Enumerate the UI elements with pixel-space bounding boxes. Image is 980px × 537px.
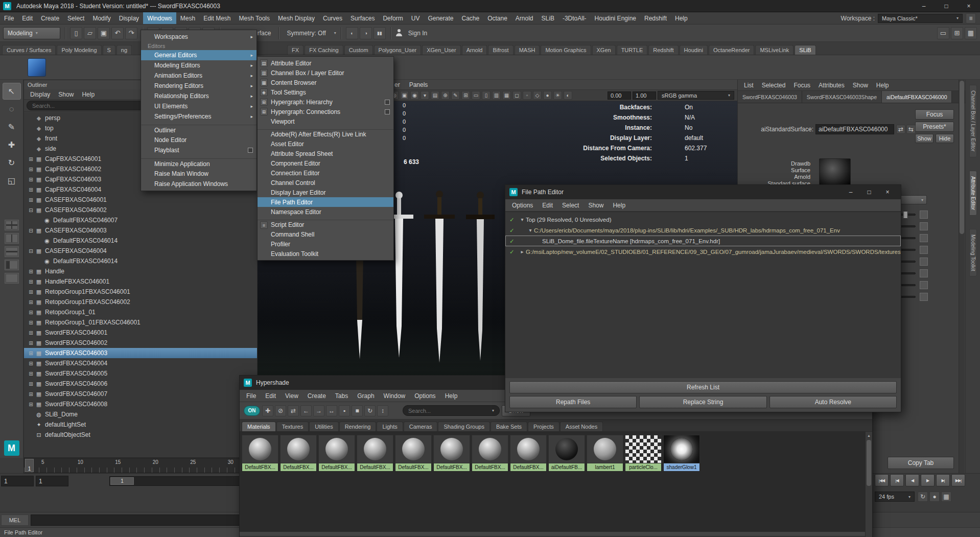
- rearrange-graph-icon[interactable]: ⇄: [288, 405, 299, 416]
- slider-handle[interactable]: [903, 211, 908, 219]
- wireframe-on-shaded-icon[interactable]: ◇: [533, 91, 542, 100]
- menubar-item[interactable]: SLiB: [538, 12, 558, 24]
- file-path-row[interactable]: SLiB_Dome_file.fileTextureName [hdrmaps_…: [505, 236, 901, 246]
- shelf-tab[interactable]: XGen: [592, 45, 616, 55]
- menubar-item[interactable]: Display: [115, 12, 143, 24]
- menu-item[interactable]: UI Elements: [141, 101, 256, 111]
- attribute-color-chip[interactable]: [920, 281, 928, 289]
- expand-toggle-icon[interactable]: [27, 320, 35, 325]
- outliner-item[interactable]: SwordFBXASC046002: [24, 338, 257, 348]
- grease-pencil-icon[interactable]: ✎: [451, 91, 460, 100]
- menu-item[interactable]: Modeling Editors: [141, 60, 256, 71]
- hypershade-menu[interactable]: Options: [410, 392, 440, 400]
- menubar-item[interactable]: Redshift: [640, 12, 671, 24]
- menu-option-checkbox[interactable]: [385, 109, 390, 114]
- shelf-tab[interactable]: Arnold: [462, 45, 487, 55]
- shadows-icon[interactable]: ◐: [564, 91, 572, 100]
- layout-single-pane-icon[interactable]: [5, 220, 19, 230]
- new-scene-icon[interactable]: ▯: [70, 27, 82, 39]
- sort-by-name-icon[interactable]: ↕: [377, 405, 388, 416]
- layout-outliner-persp-icon[interactable]: [5, 273, 19, 284]
- hypershade-category-tab[interactable]: Projects: [528, 422, 559, 431]
- menu-item[interactable]: Rendering Editors: [141, 81, 256, 91]
- material-swatch[interactable]: DefaultFBX...: [242, 435, 278, 472]
- outliner-item[interactable]: SwordFBXASC046008: [24, 399, 257, 409]
- outliner-item[interactable]: RetopoGroup1FBXASC046002: [24, 297, 257, 307]
- minimize-button[interactable]: –: [913, 0, 935, 12]
- attribute-editor-tab[interactable]: aiDefaultFBXASC046000: [882, 91, 952, 103]
- input-output-connections-icon[interactable]: ↔: [326, 405, 337, 416]
- shelf-tab[interactable]: SLiB: [795, 45, 815, 55]
- expand-toggle-icon[interactable]: [27, 310, 35, 315]
- shelf-tab[interactable]: OctaneRender: [709, 45, 755, 55]
- clear-graph-icon[interactable]: ⊘: [275, 405, 286, 416]
- node-name-field[interactable]: aiDefaultFBXASC046000: [815, 124, 894, 134]
- single-pane-layout-icon[interactable]: ▭: [937, 27, 949, 39]
- expand-toggle-icon[interactable]: [27, 248, 35, 254]
- menu-item[interactable]: Tool Settings: [258, 87, 393, 97]
- file-path-row[interactable]: Top (29 Resolved, 0 Unresolved): [505, 214, 901, 225]
- layout-four-pane-icon[interactable]: [5, 233, 19, 244]
- menu-option-checkbox[interactable]: [385, 100, 390, 105]
- go-to-start-button[interactable]: |◀◀: [875, 474, 889, 486]
- menubar-item[interactable]: Cache: [457, 12, 483, 24]
- expand-toggle-icon[interactable]: [27, 228, 35, 234]
- resolution-gate-icon[interactable]: ▯: [482, 91, 491, 100]
- exposure-field[interactable]: 0.00: [608, 91, 631, 100]
- close-button[interactable]: ×: [878, 186, 897, 198]
- outliner-item[interactable]: SwordFBXASC046001: [24, 328, 257, 338]
- shelf-tab[interactable]: ng: [116, 45, 132, 55]
- outliner-item[interactable]: HandleFBXASC046001: [24, 276, 257, 287]
- panels-menu[interactable]: Panels: [409, 81, 428, 88]
- playback-start-field[interactable]: 1: [36, 476, 68, 486]
- two-d-pan-zoom-icon[interactable]: ⊕: [441, 91, 450, 100]
- hypershade-menu[interactable]: View: [281, 392, 303, 400]
- menu-set-selector[interactable]: Modeling▾: [3, 27, 60, 39]
- menubar-item[interactable]: Modify: [88, 12, 114, 24]
- menu-item[interactable]: Node Editor: [141, 135, 256, 145]
- slib-shelf-icon[interactable]: [28, 58, 46, 77]
- outliner-item[interactable]: SwordFBXASC046006: [24, 379, 257, 389]
- attribute-color-chip[interactable]: [920, 258, 928, 266]
- expand-toggle-icon[interactable]: [27, 197, 35, 203]
- shelf-tab[interactable]: Bifrost: [488, 45, 513, 55]
- material-sample-swatch[interactable]: [819, 158, 851, 187]
- file-path-action-button[interactable]: Repath Files: [509, 396, 637, 408]
- show-button[interactable]: Show: [915, 134, 934, 143]
- menubar-item[interactable]: Windows: [143, 12, 176, 24]
- go-to-end-button[interactable]: ▶▶|: [951, 474, 965, 486]
- film-gate-icon[interactable]: ▭: [472, 91, 480, 100]
- menu-item[interactable]: Content Browser: [258, 78, 393, 87]
- expand-toggle-icon[interactable]: [27, 289, 35, 295]
- attribute-editor-menu[interactable]: Help: [872, 82, 893, 89]
- menu-item[interactable]: Namespace Editor: [258, 207, 393, 217]
- expand-toggle-icon[interactable]: [27, 269, 35, 274]
- file-path-editor-menu[interactable]: Edit: [538, 202, 557, 209]
- dock-vertical-tab[interactable]: Channel Box / Layer Editor: [969, 85, 977, 157]
- hypershade-menu[interactable]: Graph: [353, 392, 379, 400]
- workspace-selector[interactable]: Maya Classic*▾: [878, 14, 963, 23]
- redo-icon[interactable]: ↷: [125, 27, 137, 39]
- material-swatch[interactable]: DefaultFBX...: [280, 435, 317, 472]
- save-scene-icon[interactable]: ▣: [98, 27, 110, 39]
- hypershade-category-tab[interactable]: Rendering: [339, 422, 377, 431]
- attribute-editor-menu[interactable]: Show: [849, 82, 872, 89]
- play-forwards-button[interactable]: ▶: [921, 474, 935, 486]
- layout-two-pane-stacked-icon[interactable]: [5, 260, 19, 270]
- menubar-item[interactable]: Surfaces: [346, 12, 379, 24]
- shelf-tab[interactable]: FX: [287, 45, 304, 55]
- expand-toggle-icon[interactable]: [27, 381, 35, 387]
- menubar-item[interactable]: File: [0, 12, 18, 24]
- grid-icon[interactable]: ⊞: [461, 91, 470, 100]
- menu-item[interactable]: Script Editor: [258, 220, 393, 229]
- output-connections-icon[interactable]: →: [313, 405, 324, 416]
- menu-item[interactable]: Outliner: [141, 125, 256, 135]
- outliner-item[interactable]: SwordFBXASC046004: [24, 358, 257, 368]
- menu-item[interactable]: Attribute Editor: [258, 58, 393, 68]
- outliner-item[interactable]: SLiB_Dome: [24, 409, 257, 419]
- hypershade-category-tab[interactable]: Lights: [377, 422, 403, 431]
- menubar-item[interactable]: -3DtoAll-: [558, 12, 591, 24]
- menubar-item[interactable]: Select: [63, 12, 88, 24]
- open-scene-icon[interactable]: ▱: [84, 27, 96, 39]
- expand-toggle-icon[interactable]: [27, 167, 35, 172]
